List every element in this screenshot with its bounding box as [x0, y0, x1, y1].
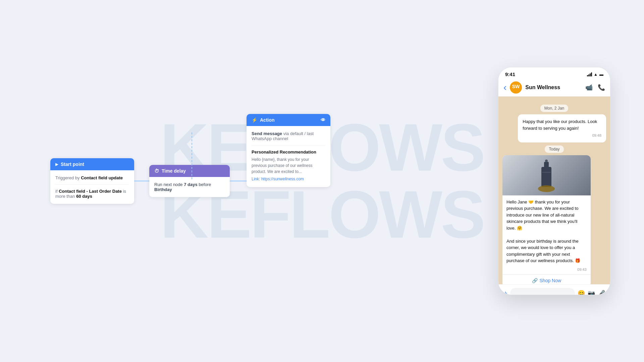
- svg-rect-3: [544, 162, 549, 169]
- wifi-icon: ▲: [594, 72, 598, 77]
- time-delay-header: ⏱ Time delay: [149, 165, 230, 177]
- new-message-bubble: Hello Jane 🤝 thank you for your previous…: [502, 155, 591, 285]
- new-message-text: Hello Jane 🤝 thank you for your previous…: [502, 195, 591, 267]
- message-input[interactable]: [510, 288, 575, 295]
- connector-1: [134, 181, 151, 181]
- action-body: Send message via default / last WhatsApp…: [247, 126, 330, 187]
- sticker-icon[interactable]: 😊: [578, 290, 585, 295]
- svg-text:SW: SW: [512, 84, 520, 89]
- send-message-info: Send message via default / last WhatsApp…: [252, 131, 325, 145]
- start-point-header: Start point: [50, 158, 134, 170]
- contact-avatar: SW: [510, 81, 522, 94]
- clock-icon: ⏱: [154, 168, 159, 174]
- start-point-label: Start point: [61, 162, 84, 167]
- svg-point-6: [545, 160, 548, 162]
- time-delay-node[interactable]: ⏱ Time delay Run next node 7 days before…: [149, 165, 230, 197]
- condition-value: 60 days: [76, 194, 92, 199]
- action-label: Action: [260, 117, 275, 123]
- old-message-time: 09:48: [523, 133, 601, 138]
- recommendation-link: Link: https://sunwellness.com: [252, 176, 325, 182]
- add-icon[interactable]: +: [503, 290, 507, 295]
- chat-header: ‹ SW Sun Wellness 📹 📞: [498, 79, 610, 97]
- bottom-bar: + 😊 📷 🎤: [498, 284, 610, 295]
- status-bar: 9:41 ▲ ▬: [498, 67, 610, 79]
- time-delay-body: Run next node 7 days before Birthday: [149, 177, 230, 197]
- delay-days: 7 days: [184, 182, 197, 187]
- flow-canvas: Start point Triggered by Contact field u…: [20, 13, 498, 349]
- link-icon: 🔗: [532, 278, 538, 283]
- condition-field: Contact field - Last Order Date: [59, 189, 122, 194]
- svg-rect-5: [542, 172, 551, 173]
- shop-now-button[interactable]: 🔗 Shop Now: [502, 274, 591, 285]
- recommendation-text: Hello {name}, thank you for your previou…: [252, 157, 325, 175]
- status-icons: ▲ ▬: [587, 72, 603, 77]
- action-header: ⚡ Action 👁: [247, 114, 330, 126]
- svg-point-4: [538, 185, 555, 192]
- back-button[interactable]: ‹: [503, 83, 506, 92]
- phone-call-icon[interactable]: 📞: [598, 84, 605, 91]
- play-icon: [55, 162, 58, 167]
- contact-name: Sun Wellness: [525, 84, 582, 90]
- phone-mockup: 9:41 ▲ ▬ ‹ SW Sun Wellness: [498, 67, 610, 295]
- shop-now-label: Shop Now: [540, 278, 561, 283]
- status-time: 9:41: [505, 71, 515, 77]
- mic-icon[interactable]: 🎤: [598, 290, 605, 295]
- delay-event: Birthday: [154, 187, 172, 192]
- old-message-bubble: Happy that you like our products. Look f…: [518, 114, 606, 142]
- start-point-node[interactable]: Start point Triggered by Contact field u…: [50, 158, 134, 204]
- condition-info: if Contact field - Last Order Date is mo…: [55, 184, 129, 199]
- product-image: [502, 155, 591, 195]
- dashed-connector: [192, 132, 192, 179]
- camera-icon[interactable]: 📷: [588, 290, 595, 295]
- start-node-body: Triggered by Contact field update if Con…: [50, 170, 134, 204]
- svg-rect-2: [541, 167, 551, 187]
- new-message-time: 09:43: [502, 267, 591, 274]
- chat-area[interactable]: Mon, 2 Jan Happy that you like our produ…: [498, 97, 610, 284]
- trigger-info: Triggered by Contact field update: [55, 175, 129, 180]
- main-content: Start point Triggered by Contact field u…: [0, 0, 644, 362]
- chat-date-today: Today: [502, 146, 606, 152]
- recommendation-title: Personalized Recommendation: [252, 149, 325, 155]
- header-actions: 📹 📞: [585, 84, 605, 91]
- time-delay-label: Time delay: [162, 168, 186, 174]
- battery-icon: ▬: [599, 72, 603, 77]
- action-node[interactable]: ⚡ Action 👁 Send message via default / la…: [247, 114, 330, 187]
- signal-icon: [587, 72, 592, 76]
- connector-2: [230, 181, 248, 181]
- bolt-icon: ⚡: [252, 117, 257, 123]
- chat-date-old: Mon, 2 Jan: [502, 105, 606, 111]
- eye-icon[interactable]: 👁: [321, 117, 325, 123]
- video-call-icon[interactable]: 📹: [585, 84, 593, 91]
